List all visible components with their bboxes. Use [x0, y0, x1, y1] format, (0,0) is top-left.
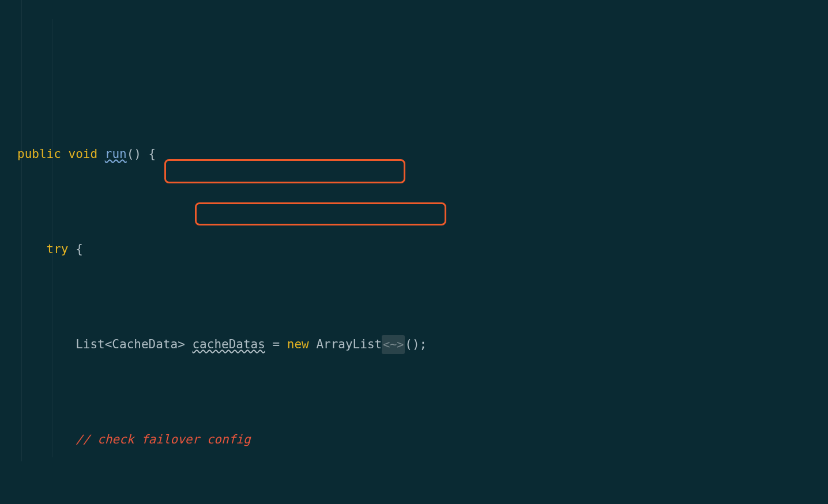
- keyword-void: void: [69, 147, 98, 161]
- code-line: public void run() {: [0, 145, 828, 164]
- indent-guide: [52, 19, 52, 457]
- variable-cacheDatas: cacheDatas: [192, 337, 265, 351]
- keyword-try: try: [47, 242, 69, 256]
- indent-guide: [21, 0, 22, 461]
- code-text: ();: [405, 337, 427, 351]
- code-editor[interactable]: public void run() { try { List<CacheData…: [0, 0, 828, 504]
- comment: // check failover config: [76, 432, 250, 446]
- highlight-box: [195, 202, 446, 225]
- diamond-hint-icon: <~>: [382, 335, 405, 354]
- code-line: try {: [0, 240, 828, 259]
- method-name-run: run: [105, 147, 127, 161]
- code-line: List<CacheData> cacheDatas = new ArrayLi…: [0, 335, 828, 354]
- code-line: // check failover config: [0, 430, 828, 449]
- code-text: {: [69, 242, 83, 256]
- type-name: List<CacheData>: [76, 337, 192, 351]
- code-text: () {: [127, 147, 156, 161]
- keyword-public: public: [17, 147, 61, 161]
- code-text: ArrayList: [309, 337, 382, 351]
- code-text: =: [265, 337, 287, 351]
- keyword-new: new: [287, 337, 309, 351]
